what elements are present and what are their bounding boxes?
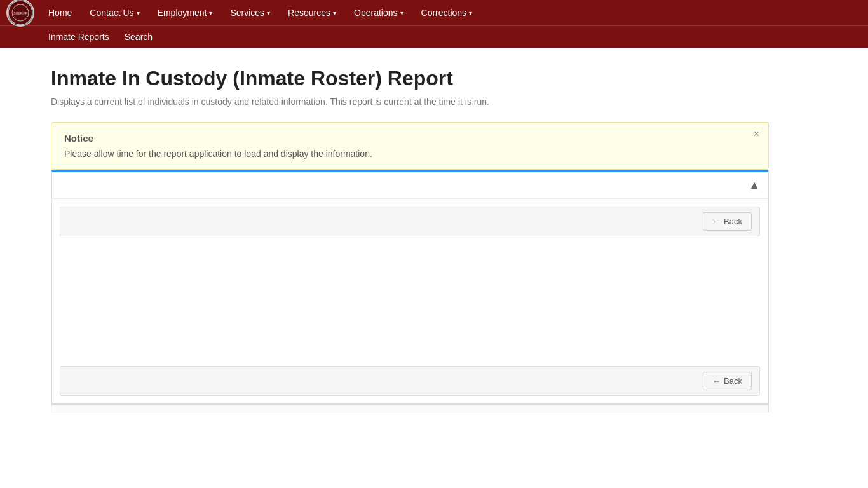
report-bottom-border — [51, 404, 768, 412]
contact-us-chevron-icon: ▾ — [137, 10, 140, 17]
report-body — [52, 244, 768, 358]
back-button-top[interactable]: ← Back — [703, 212, 752, 231]
site-logo[interactable]: SHERIFF — [6, 0, 34, 27]
svg-text:SHERIFF: SHERIFF — [13, 11, 27, 15]
notice-text: Please allow time for the report applica… — [64, 149, 756, 159]
nav-inmate-reports[interactable]: Inmate Reports — [41, 28, 117, 46]
notice-close-button[interactable]: × — [754, 129, 759, 139]
report-container: ▲ ← Back ← Back — [51, 170, 768, 404]
nav-corrections[interactable]: Corrections ▾ — [414, 3, 480, 23]
nav-employment[interactable]: Employment ▾ — [150, 3, 220, 23]
nav-home[interactable]: Home — [41, 3, 79, 23]
corrections-chevron-icon: ▾ — [469, 10, 472, 17]
notice-box: × Notice Please allow time for the repor… — [51, 122, 769, 170]
main-content: Inmate In Custody (Inmate Roster) Report… — [0, 48, 868, 431]
report-bottom-toolbar: ← Back — [60, 366, 760, 396]
nav-services[interactable]: Services ▾ — [222, 3, 278, 23]
report-outer-wrapper: ▲ ← Back ← Back — [51, 170, 769, 412]
employment-chevron-icon: ▾ — [209, 10, 212, 17]
nav-search[interactable]: Search — [117, 28, 160, 46]
report-header-bar: ▲ — [52, 172, 768, 199]
notice-title: Notice — [64, 133, 756, 144]
navigation: SHERIFF Home Contact Us ▾ Employment ▾ S… — [0, 0, 868, 48]
nav-contact-us[interactable]: Contact Us ▾ — [82, 3, 147, 23]
nav-bottom-bar: Inmate Reports Search — [0, 25, 868, 48]
nav-resources[interactable]: Resources ▾ — [280, 3, 344, 23]
collapse-button[interactable]: ▲ — [749, 179, 760, 192]
back-button-bottom[interactable]: ← Back — [703, 372, 752, 390]
page-title: Inmate In Custody (Inmate Roster) Report — [51, 67, 817, 90]
operations-chevron-icon: ▾ — [400, 10, 403, 17]
back-arrow-icon-bottom: ← — [712, 376, 721, 386]
nav-top-items: Home Contact Us ▾ Employment ▾ Services … — [41, 3, 480, 23]
page-description: Displays a current list of individuals i… — [51, 97, 817, 107]
resources-chevron-icon: ▾ — [333, 10, 336, 17]
services-chevron-icon: ▾ — [267, 10, 270, 17]
nav-operations[interactable]: Operations ▾ — [346, 3, 410, 23]
back-arrow-icon: ← — [712, 217, 721, 226]
report-top-toolbar: ← Back — [60, 207, 760, 236]
